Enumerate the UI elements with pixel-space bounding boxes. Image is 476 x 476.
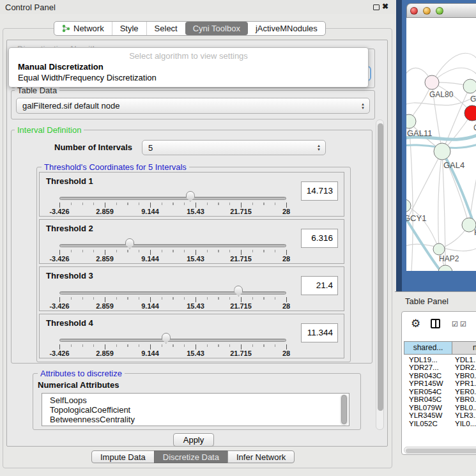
table-row[interactable]: YPR145WYPR1...	[404, 380, 476, 387]
tick-label: 28	[267, 302, 305, 310]
threshold-3-label: Threshold 3	[46, 271, 93, 280]
tick-label: 9.144	[131, 349, 169, 357]
list-scrollbar-thumb[interactable]	[341, 395, 347, 424]
tick-label: -3.426	[40, 255, 79, 263]
tab-infer-network[interactable]: Infer Network	[227, 450, 295, 463]
tick-label: 9.144	[131, 208, 169, 215]
threshold-1-value-field[interactable]: 14.713	[301, 181, 338, 201]
column-header-shared[interactable]: shared...	[404, 341, 452, 355]
tab-jactivemnodules[interactable]: jActiveMNodules	[248, 22, 325, 35]
threshold-3-value-field[interactable]: 21.4	[301, 276, 338, 295]
threshold-3-panel: Threshold 3 -3.426 2.859 9.144 15.43 21.…	[39, 266, 344, 311]
panel-scrollbar-thumb[interactable]	[378, 123, 383, 411]
tick-label: 2.859	[86, 208, 124, 215]
threshold-1-slider-track[interactable]	[59, 197, 286, 200]
threshold-1-slider-thumb[interactable]	[186, 191, 195, 202]
control-panel-titlebar: Control Panel ✖	[0, 0, 395, 14]
threshold-2-slider-track[interactable]	[59, 244, 286, 247]
label-gal11: GAL11	[407, 128, 433, 138]
checkbox-icon[interactable]: ☑	[452, 320, 458, 328]
label-gal4: GAL4	[443, 160, 464, 170]
table-row[interactable]: YER054CYER0...	[404, 388, 476, 395]
algorithm-option-equal-width[interactable]: Equal Width/Frequency Discretization	[18, 73, 157, 82]
list-item[interactable]: SelfLoops	[42, 395, 87, 405]
algorithm-option-manual[interactable]: Manual Discretization	[18, 62, 104, 72]
node-gal80[interactable]	[425, 75, 439, 89]
threshold-3-slider-track[interactable]	[59, 291, 286, 295]
table-rows: YDL19...YDL1... YDR27...YDR2... YBR043CY…	[404, 356, 476, 427]
list-item[interactable]: TopologicalCoefficient	[42, 405, 130, 415]
checkbox-icon[interactable]: ☑	[460, 320, 466, 328]
network-window-titlebar[interactable]	[406, 3, 476, 18]
tab-style[interactable]: Style	[112, 22, 146, 35]
close-traffic-light-icon[interactable]	[410, 7, 418, 15]
node-hap2[interactable]	[433, 243, 445, 255]
tick-label: 2.859	[86, 255, 124, 263]
table-row[interactable]: YBL079WYBL0...	[404, 404, 476, 411]
column-header-name[interactable]: n...	[452, 341, 476, 355]
label-gal80: GAL80	[429, 90, 454, 99]
tick-label: 2.859	[86, 302, 124, 310]
table-row[interactable]: YBR043CYBR0...	[404, 372, 476, 380]
node-red[interactable]	[464, 105, 476, 121]
panel-scrollbar[interactable]	[376, 119, 384, 430]
threshold-2-value-field[interactable]: 6.316	[301, 229, 338, 248]
list-item[interactable]: BetweennessCentrality	[42, 415, 135, 424]
app-background-strip	[396, 0, 402, 291]
table-data-select-value: galFiltered.sif default node	[22, 101, 119, 111]
close-window-icon[interactable]: ✖	[382, 2, 388, 11]
tab-network[interactable]: Network	[54, 22, 112, 35]
table-row[interactable]: YIL052CYIL0...	[404, 420, 476, 427]
threshold-3-slider-ticks	[59, 297, 288, 302]
control-panel-title: Control Panel	[5, 3, 56, 12]
node-bottom-clipped[interactable]	[438, 265, 452, 271]
threshold-1-label: Threshold 1	[46, 176, 93, 186]
network-canvas[interactable]: GAL80 GA C GAL11 GAL4 GCY1 H HAP2	[406, 18, 476, 271]
threshold-4-value-field[interactable]: 11.344	[301, 323, 338, 342]
tick-label: 21.715	[222, 349, 260, 357]
tab-discretize-data[interactable]: Discretize Data	[154, 450, 228, 463]
node-gal11[interactable]	[406, 114, 416, 128]
threshold-2-slider-thumb[interactable]	[125, 238, 134, 249]
algorithm-dropdown-popup: Select algorithm to view settings Manual…	[8, 47, 369, 88]
number-of-intervals-select[interactable]: 5 ▲▼	[142, 140, 326, 155]
split-table-icon[interactable]	[431, 319, 440, 328]
gear-icon[interactable]: ⚙	[411, 317, 420, 330]
label-clipped-mid-right: C	[473, 123, 476, 132]
table-row[interactable]: YLR345WYLR3...	[404, 411, 476, 419]
table-horizontal-scrollbar-thumb[interactable]	[406, 449, 476, 453]
zoom-traffic-light-icon[interactable]	[436, 7, 443, 15]
threshold-4-slider-thumb[interactable]	[162, 333, 171, 344]
table-row[interactable]: YBR045CYBR0...	[404, 395, 476, 403]
tick-label: 28	[267, 208, 305, 215]
label-clipped-top-right: GA	[470, 95, 476, 104]
list-scrollbar[interactable]	[340, 394, 348, 426]
tab-impute-data[interactable]: Impute Data	[91, 450, 155, 463]
threshold-3-slider-thumb[interactable]	[234, 286, 243, 296]
tab-cyni-toolbox[interactable]: Cyni Toolbox	[185, 22, 248, 35]
tick-label: 15.43	[176, 349, 215, 357]
tab-cyni-toolbox-label: Cyni Toolbox	[193, 24, 240, 33]
network-graph: GAL80 GA C GAL11 GAL4 GCY1 H HAP2	[406, 18, 476, 271]
table-row[interactable]: YDL19...YDL1...	[404, 356, 476, 364]
tick-label: 28	[267, 349, 305, 357]
tick-label: -3.426	[40, 349, 79, 357]
threshold-4-slider-track[interactable]	[59, 339, 286, 342]
node-gcy1[interactable]	[406, 199, 411, 212]
table-row[interactable]: YDR27...YDR2...	[404, 364, 476, 371]
table-data-select[interactable]: galFiltered.sif default node ▲▼	[16, 98, 370, 114]
numerical-attributes-label: Numerical Attributes	[38, 380, 119, 390]
spinner-arrows-icon: ▲▼	[361, 102, 365, 110]
table-horizontal-scrollbar[interactable]	[404, 447, 476, 454]
tab-select[interactable]: Select	[146, 22, 185, 35]
tab-select-label: Select	[155, 24, 178, 33]
node-clipped-top-right[interactable]	[463, 79, 476, 93]
node-gal4[interactable]	[434, 143, 450, 160]
apply-button[interactable]: Apply	[173, 433, 214, 447]
float-window-icon[interactable]	[373, 4, 380, 10]
algorithm-dropdown-placeholder: Select algorithm to view settings	[9, 51, 368, 61]
tick-label: 9.144	[131, 302, 169, 310]
minimize-traffic-light-icon[interactable]	[423, 7, 431, 15]
tick-label: 21.715	[222, 208, 260, 215]
thresholds-group-title: Threshold's Coordinates for 5 Intervals	[42, 163, 189, 171]
